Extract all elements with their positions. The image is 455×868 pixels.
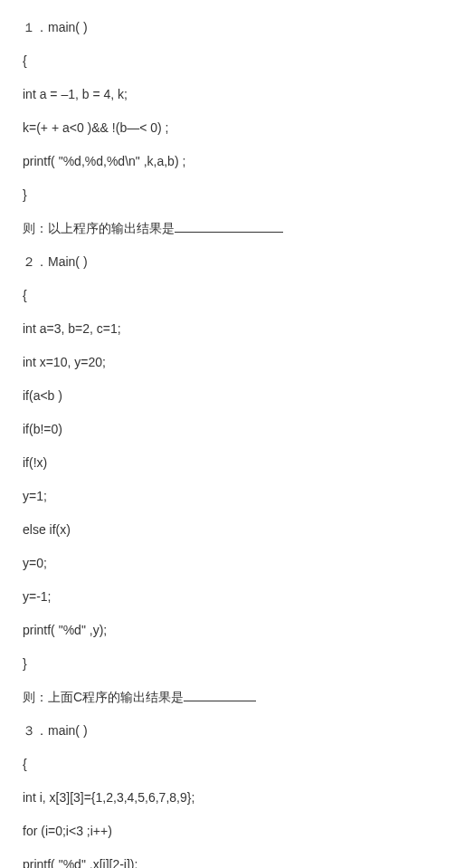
code-line: int a=3, b=2, c=1;	[23, 320, 432, 339]
code-line: int i, x[3][3]={1,2,3,4,5,6,7,8,9};	[23, 788, 432, 807]
code-line: ３．main( )	[23, 721, 432, 740]
code-line: int a = –1, b = 4, k;	[23, 85, 432, 104]
question-text: 则：上面C程序的输出结果是	[23, 688, 432, 707]
code-line: printf( "%d,%d,%d\n" ,k,a,b) ;	[23, 152, 432, 171]
code-line: printf( "%d" ,y);	[23, 621, 432, 640]
code-line: }	[23, 186, 432, 205]
code-line: {	[23, 755, 432, 774]
code-line: printf( "%d" ,x[i][2-i]);	[23, 855, 432, 868]
code-line: for (i=0;i<3 ;i++)	[23, 822, 432, 841]
code-line: y=0;	[23, 554, 432, 573]
code-line: y=-1;	[23, 587, 432, 606]
code-line: if(a<b )	[23, 386, 432, 405]
question-label: 则：上面C程序的输出结果是	[23, 690, 184, 704]
code-line: ２．Main( )	[23, 253, 432, 272]
code-line: {	[23, 52, 432, 71]
blank-field	[175, 220, 283, 233]
code-line: if(b!=0)	[23, 420, 432, 439]
code-line: {	[23, 286, 432, 305]
code-line: k=(+ + a<0 )&& !(b—< 0) ;	[23, 119, 432, 138]
code-line: １．main( )	[23, 18, 432, 37]
code-line: y=1;	[23, 487, 432, 506]
blank-field	[184, 689, 256, 701]
question-label: 则：以上程序的输出结果是	[23, 221, 175, 235]
code-line: else if(x)	[23, 520, 432, 539]
code-line: if(!x)	[23, 453, 432, 472]
question-text: 则：以上程序的输出结果是	[23, 219, 432, 238]
code-line: }	[23, 654, 432, 673]
code-line: int x=10, y=20;	[23, 353, 432, 372]
